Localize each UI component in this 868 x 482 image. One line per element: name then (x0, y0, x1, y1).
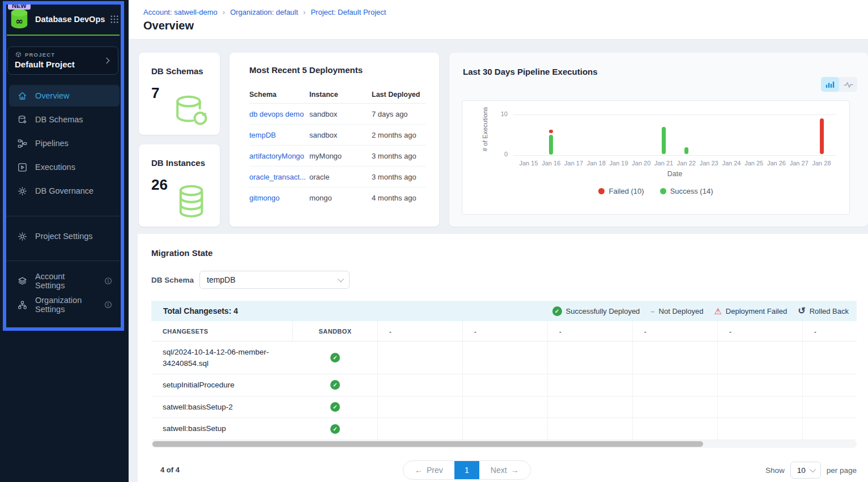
sidebar-item-pipelines[interactable]: Pipelines (9, 133, 120, 154)
x-axis-tick: Jan 24 (722, 160, 741, 167)
deployment-schema-link[interactable]: tempDB (249, 131, 309, 139)
deployment-instance: sandbox (309, 131, 372, 139)
db-schema-select-value: tempDB (207, 275, 236, 284)
total-changesets-label: Total Changesets: 4 (163, 306, 238, 315)
changeset-empty-cell (718, 418, 803, 440)
chart-legend-item[interactable]: Success (14) (660, 187, 713, 195)
changeset-sandbox-status: ✓ (293, 374, 378, 396)
line-chart-icon[interactable] (839, 77, 857, 92)
row-count-summary: 4 of 4 (160, 466, 180, 474)
bar-chart-icon[interactable] (821, 77, 839, 92)
info-icon[interactable] (104, 276, 113, 285)
deployment-instance: oracle (309, 173, 372, 181)
rollback-icon: ↺ (798, 306, 805, 315)
changesets-summary-bar: Total Changesets: 4 ✓Successfully Deploy… (151, 301, 857, 321)
new-badge: NEW (8, 2, 31, 10)
sidebar-item-label: Account Settings (35, 272, 96, 290)
warning-triangle-icon: ⚠ (714, 307, 721, 315)
changesets-column-header: SANDBOX (293, 321, 378, 341)
sidebar-item-account-settings[interactable]: Account Settings (9, 270, 120, 292)
deployment-schema-link[interactable]: oracle_transact... (249, 173, 309, 181)
changeset-name: sql/2024-10-14-12-06-member-34240854.sql (151, 342, 293, 374)
check-circle-icon: ✓ (330, 424, 340, 434)
deployment-schema-link[interactable]: artifactoryMongo (249, 152, 309, 160)
svg-text:∞: ∞ (15, 16, 23, 27)
x-axis-tick: Jan 25 (744, 160, 763, 167)
arrow-left-icon: ← (415, 466, 423, 475)
info-icon[interactable] (104, 300, 113, 309)
x-axis-tick: Jan 16 (542, 160, 560, 167)
status-legend-item: ⚠Deployment Failed (714, 307, 787, 315)
sidebar-item-label: Executions (35, 163, 75, 172)
changeset-empty-cell (378, 342, 463, 374)
deployments-col-instance: Instance (309, 91, 372, 99)
breadcrumb-link[interactable]: Project: Default Project (310, 8, 386, 16)
per-page-select[interactable]: 10 (790, 462, 821, 479)
changeset-empty-cell (803, 342, 857, 374)
changesets-column-header: - (633, 321, 718, 341)
check-circle-icon: ✓ (330, 353, 340, 362)
sidebar-item-executions[interactable]: Executions (9, 156, 120, 178)
sidebar-item-project-settings[interactable]: Project Settings (9, 225, 120, 247)
db-schema-select[interactable]: tempDB (199, 271, 350, 289)
sidebar-item-db-governance[interactable]: DB Governance (9, 180, 120, 202)
changeset-empty-cell (463, 342, 548, 374)
deployment-last-deployed: 7 days ago (372, 110, 426, 118)
prev-page-button[interactable]: ←Prev (403, 461, 454, 479)
deployment-row: oracle_transact...oracle3 months ago (249, 167, 426, 187)
x-axis-tick: Jan 17 (564, 160, 583, 167)
deployment-schema-link[interactable]: gitmongo (249, 194, 309, 202)
gear-icon (17, 186, 28, 197)
status-legend-label: Successfully Deployed (566, 307, 640, 315)
x-axis-tick: Jan 18 (587, 160, 606, 167)
executions-icon (17, 162, 28, 173)
chart-legend: Failed (10)Success (14) (462, 187, 849, 195)
project-name: Default Project (15, 59, 111, 69)
changeset-empty-cell (633, 374, 718, 396)
breadcrumb-link[interactable]: Organization: default (230, 8, 298, 16)
legend-label: Success (14) (670, 187, 713, 195)
breadcrumb-link[interactable]: Account: satwell-demo (143, 8, 218, 16)
sidebar-item-label: DB Schemas (35, 115, 83, 124)
page-header: Account: satwell-demo›Organization: defa… (129, 0, 868, 40)
chart-legend-item[interactable]: Failed (10) (598, 187, 644, 195)
check-circle-icon: ✓ (552, 306, 562, 316)
recent-deployments-title: Most Recent 5 Deployments (249, 65, 363, 75)
status-legend-item: ↺Rolled Back (798, 306, 849, 315)
status-legend-label: Deployment Failed (726, 307, 787, 315)
org-icon (17, 300, 28, 310)
chart-type-toggle (821, 77, 857, 92)
app-logo-database-icon: ∞ (8, 8, 30, 31)
sidebar-item-db-schemas[interactable]: DB Schemas (9, 109, 120, 130)
changeset-empty-cell (633, 418, 718, 440)
horizontal-scrollbar-thumb[interactable] (152, 441, 703, 447)
pipeline-executions-card: Last 30 Days Pipeline Executions 10 0 # … (449, 53, 868, 227)
changeset-empty-cell (378, 396, 463, 418)
sidebar-item-organization-settings[interactable]: Organization Settings (9, 294, 120, 315)
per-page-value: 10 (797, 466, 806, 475)
changeset-empty-cell (718, 396, 803, 418)
project-selector[interactable]: PROJECT Default Project (7, 46, 118, 75)
app-grid-icon[interactable] (109, 14, 120, 24)
breadcrumb-separator: › (303, 8, 305, 16)
changeset-empty-cell (803, 418, 857, 440)
changeset-name: setupInitialProcedure (151, 374, 293, 396)
page-number-button[interactable]: 1 (454, 461, 479, 479)
deployment-row: db devops demosandbox7 days ago (249, 104, 426, 125)
changeset-row: satwell:basisSetup✓ (151, 418, 857, 440)
failed-bar (549, 130, 553, 133)
sidebar-item-overview[interactable]: Overview (9, 85, 120, 106)
status-legend-label: Not Deployed (659, 307, 704, 315)
deployment-schema-link[interactable]: db devops demo (249, 110, 309, 118)
pipelines-icon (17, 138, 28, 149)
pipeline-executions-title: Last 30 Days Pipeline Executions (463, 67, 598, 76)
changeset-empty-cell (463, 396, 548, 418)
chevron-down-icon (338, 276, 344, 282)
sidebar-divider (7, 261, 120, 261)
recent-deployments-card: Most Recent 5 Deployments Schema Instanc… (229, 53, 439, 227)
horizontal-scrollbar[interactable] (151, 440, 857, 448)
sidebar-item-label: Pipelines (35, 139, 69, 148)
changeset-row: satwell:basisSetup-2✓ (151, 396, 857, 419)
sidebar-item-label: DB Governance (35, 186, 93, 195)
next-page-button[interactable]: Next→ (479, 461, 530, 479)
